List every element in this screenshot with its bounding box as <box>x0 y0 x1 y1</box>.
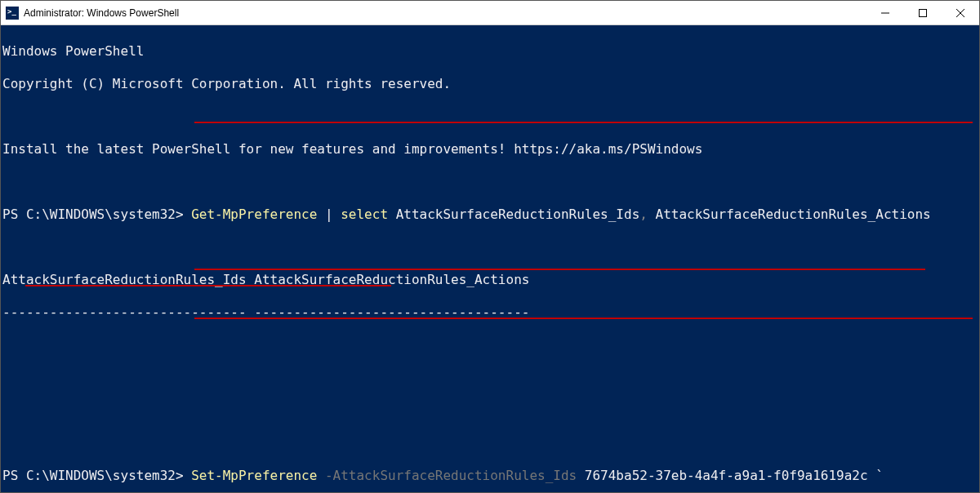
annotation-underline <box>25 285 391 286</box>
backtick: ` <box>875 468 884 483</box>
output-line <box>2 174 978 190</box>
parameter: -AttackSurfaceReductionRules_Ids <box>317 468 577 483</box>
powershell-icon <box>6 7 19 20</box>
output-line: Windows PowerShell <box>2 43 978 60</box>
maximize-icon <box>919 9 927 17</box>
maximize-button[interactable] <box>904 1 942 24</box>
command-line: PS C:\WINDOWS\system32> Set-MpPreference… <box>2 468 978 484</box>
terminal-area[interactable]: Windows PowerShell Copyright (C) Microso… <box>1 25 979 492</box>
annotation-underline <box>194 318 973 319</box>
prompt-text: PS C:\WINDOWS\system32> <box>2 207 191 222</box>
cmdlet-name: Get-MpPreference <box>191 207 317 222</box>
window-controls <box>866 1 979 24</box>
output-line <box>2 402 978 419</box>
prompt-text: PS C:\WINDOWS\system32> <box>2 468 191 483</box>
annotation-underline <box>194 269 925 270</box>
argument: AttackSurfaceReductionRules_Actions <box>656 207 931 222</box>
separator: , <box>639 207 655 222</box>
svg-rect-0 <box>920 9 927 16</box>
close-icon <box>956 9 964 17</box>
output-line <box>2 435 978 451</box>
titlebar[interactable]: Administrator: Windows PowerShell <box>1 1 979 25</box>
argument: AttackSurfaceReductionRules_Ids <box>388 207 639 222</box>
output-line: Install the latest PowerShell for new fe… <box>2 141 978 158</box>
output-line <box>2 337 978 353</box>
close-button[interactable] <box>942 1 979 24</box>
minimize-icon <box>881 9 889 17</box>
cmdlet-name: Set-MpPreference <box>191 468 317 483</box>
minimize-button[interactable] <box>866 1 904 24</box>
pipe: | <box>317 207 341 222</box>
argument: 7674ba52-37eb-4a4f-a9a1-f0f9a1619a2c <box>577 468 875 483</box>
window-title: Administrator: Windows PowerShell <box>24 7 866 19</box>
command-line: PS C:\WINDOWS\system32> Get-MpPreference… <box>2 207 978 223</box>
powershell-window: Administrator: Windows PowerShell Window… <box>0 0 980 493</box>
annotation-underline <box>194 122 973 123</box>
output-line <box>2 370 978 386</box>
output-line: Copyright (C) Microsoft Corporation. All… <box>2 76 978 92</box>
output-line <box>2 239 978 255</box>
cmdlet-name: select <box>341 207 388 222</box>
